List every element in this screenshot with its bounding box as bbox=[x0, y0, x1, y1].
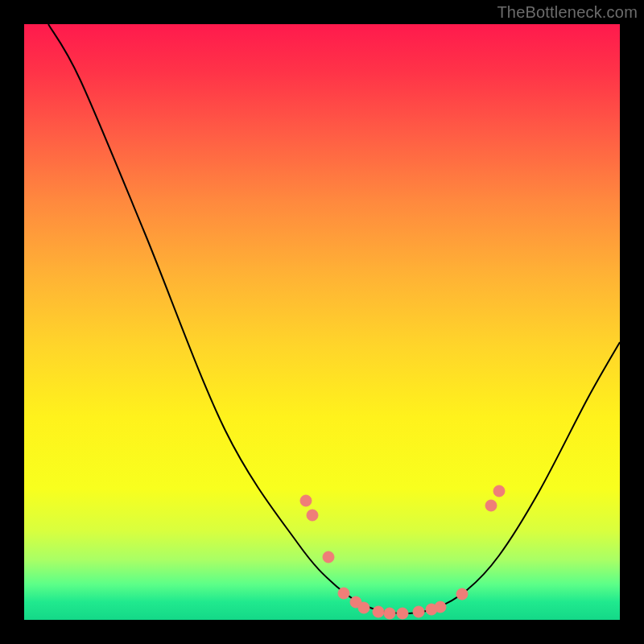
chart-svg bbox=[24, 24, 620, 620]
data-dot bbox=[307, 510, 318, 521]
data-dots bbox=[300, 485, 505, 619]
data-dot bbox=[456, 588, 468, 600]
data-dot bbox=[338, 588, 349, 599]
data-dot bbox=[397, 608, 408, 619]
data-dot bbox=[435, 601, 446, 613]
data-dot bbox=[300, 495, 312, 506]
data-dot bbox=[358, 602, 369, 613]
data-dot bbox=[323, 551, 334, 563]
data-dot bbox=[384, 608, 395, 619]
data-dot bbox=[373, 606, 384, 617]
data-dot bbox=[485, 500, 497, 511]
data-dot bbox=[413, 606, 424, 617]
watermark-text: TheBottleneck.com bbox=[497, 3, 638, 22]
data-dot bbox=[493, 485, 505, 497]
chart-plot-area bbox=[24, 24, 620, 620]
curve-line bbox=[48, 24, 620, 613]
